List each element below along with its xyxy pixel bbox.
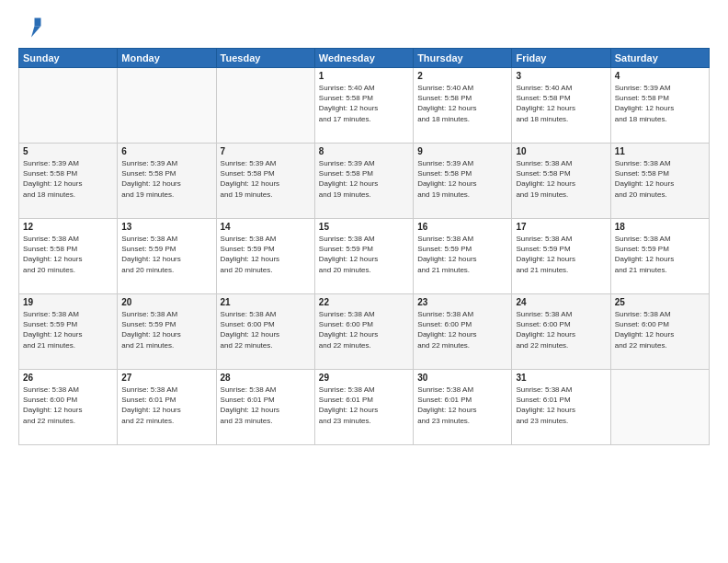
logo: [18, 15, 48, 40]
calendar-header-cell: Monday: [118, 49, 216, 68]
day-info: Sunrise: 5:38 AM Sunset: 6:00 PM Dayligh…: [516, 309, 606, 350]
calendar-day-cell: 24Sunrise: 5:38 AM Sunset: 6:00 PM Dayli…: [512, 294, 610, 370]
svg-marker-0: [35, 18, 41, 27]
day-info: Sunrise: 5:39 AM Sunset: 5:58 PM Dayligh…: [417, 158, 507, 200]
day-number: 20: [121, 297, 211, 307]
day-number: 10: [516, 146, 606, 156]
calendar-week-row: 5Sunrise: 5:39 AM Sunset: 5:58 PM Daylig…: [19, 144, 710, 219]
day-number: 9: [417, 146, 507, 156]
day-info: Sunrise: 5:38 AM Sunset: 5:59 PM Dayligh…: [121, 309, 211, 350]
calendar-day-cell: 23Sunrise: 5:38 AM Sunset: 6:00 PM Dayli…: [414, 294, 512, 370]
calendar-day-cell: [610, 370, 709, 445]
day-info: Sunrise: 5:38 AM Sunset: 5:58 PM Dayligh…: [516, 158, 606, 200]
day-number: 18: [615, 222, 705, 232]
day-info: Sunrise: 5:38 AM Sunset: 5:59 PM Dayligh…: [417, 234, 507, 275]
calendar-day-cell: 4Sunrise: 5:39 AM Sunset: 5:58 PM Daylig…: [610, 68, 709, 144]
calendar-day-cell: 25Sunrise: 5:38 AM Sunset: 6:00 PM Dayli…: [610, 294, 709, 370]
day-number: 24: [516, 297, 606, 307]
day-number: 15: [319, 222, 409, 232]
day-number: 26: [23, 373, 113, 383]
day-number: 25: [615, 297, 705, 307]
day-number: 22: [319, 297, 409, 307]
calendar-day-cell: 9Sunrise: 5:39 AM Sunset: 5:58 PM Daylig…: [414, 144, 512, 219]
calendar-day-cell: 13Sunrise: 5:38 AM Sunset: 5:59 PM Dayli…: [118, 219, 216, 294]
day-info: Sunrise: 5:38 AM Sunset: 6:01 PM Dayligh…: [221, 385, 311, 426]
day-number: 1: [319, 71, 409, 81]
day-info: Sunrise: 5:38 AM Sunset: 6:00 PM Dayligh…: [319, 309, 409, 350]
day-number: 17: [516, 222, 606, 232]
calendar-day-cell: 14Sunrise: 5:38 AM Sunset: 5:59 PM Dayli…: [216, 219, 314, 294]
day-number: 4: [615, 71, 705, 81]
day-info: Sunrise: 5:38 AM Sunset: 6:00 PM Dayligh…: [417, 309, 507, 350]
day-info: Sunrise: 5:38 AM Sunset: 5:59 PM Dayligh…: [319, 234, 409, 275]
day-info: Sunrise: 5:38 AM Sunset: 6:01 PM Dayligh…: [516, 385, 606, 426]
day-number: 11: [615, 146, 705, 156]
calendar-day-cell: 19Sunrise: 5:38 AM Sunset: 5:59 PM Dayli…: [19, 294, 118, 370]
calendar-day-cell: [19, 68, 118, 144]
day-info: Sunrise: 5:38 AM Sunset: 5:59 PM Dayligh…: [221, 234, 311, 275]
calendar-header-cell: Saturday: [610, 49, 709, 68]
day-info: Sunrise: 5:38 AM Sunset: 5:59 PM Dayligh…: [23, 309, 113, 350]
calendar-table: SundayMondayTuesdayWednesdayThursdayFrid…: [18, 48, 710, 445]
day-number: 3: [516, 71, 606, 81]
calendar-day-cell: 12Sunrise: 5:38 AM Sunset: 5:58 PM Dayli…: [19, 219, 118, 294]
calendar-week-row: 1Sunrise: 5:40 AM Sunset: 5:58 PM Daylig…: [19, 68, 710, 144]
day-number: 27: [121, 373, 211, 383]
calendar-day-cell: 8Sunrise: 5:39 AM Sunset: 5:58 PM Daylig…: [314, 144, 413, 219]
day-number: 5: [23, 146, 113, 156]
calendar-day-cell: 28Sunrise: 5:38 AM Sunset: 6:01 PM Dayli…: [216, 370, 314, 445]
calendar-week-row: 19Sunrise: 5:38 AM Sunset: 5:59 PM Dayli…: [19, 294, 710, 370]
calendar-day-cell: 29Sunrise: 5:38 AM Sunset: 6:01 PM Dayli…: [314, 370, 413, 445]
day-info: Sunrise: 5:38 AM Sunset: 5:58 PM Dayligh…: [23, 234, 113, 275]
day-number: 21: [221, 297, 311, 307]
calendar-body: 1Sunrise: 5:40 AM Sunset: 5:58 PM Daylig…: [19, 68, 710, 445]
calendar-day-cell: 5Sunrise: 5:39 AM Sunset: 5:58 PM Daylig…: [19, 144, 118, 219]
calendar-day-cell: 16Sunrise: 5:38 AM Sunset: 5:59 PM Dayli…: [414, 219, 512, 294]
day-info: Sunrise: 5:40 AM Sunset: 5:58 PM Dayligh…: [417, 83, 507, 124]
day-info: Sunrise: 5:39 AM Sunset: 5:58 PM Dayligh…: [615, 83, 705, 124]
calendar-day-cell: 15Sunrise: 5:38 AM Sunset: 5:59 PM Dayli…: [314, 219, 413, 294]
day-number: 6: [121, 146, 211, 156]
calendar-day-cell: 27Sunrise: 5:38 AM Sunset: 6:01 PM Dayli…: [118, 370, 216, 445]
day-number: 31: [516, 373, 606, 383]
calendar-day-cell: 26Sunrise: 5:38 AM Sunset: 6:00 PM Dayli…: [19, 370, 118, 445]
day-number: 28: [221, 373, 311, 383]
calendar-day-cell: 22Sunrise: 5:38 AM Sunset: 6:00 PM Dayli…: [314, 294, 413, 370]
day-info: Sunrise: 5:40 AM Sunset: 5:58 PM Dayligh…: [319, 83, 409, 124]
day-number: 19: [23, 297, 113, 307]
calendar-day-cell: 31Sunrise: 5:38 AM Sunset: 6:01 PM Dayli…: [512, 370, 610, 445]
calendar-day-cell: 11Sunrise: 5:38 AM Sunset: 5:58 PM Dayli…: [610, 144, 709, 219]
calendar-day-cell: 18Sunrise: 5:38 AM Sunset: 5:59 PM Dayli…: [610, 219, 709, 294]
calendar-day-cell: 10Sunrise: 5:38 AM Sunset: 5:58 PM Dayli…: [512, 144, 610, 219]
day-number: 16: [417, 222, 507, 232]
day-info: Sunrise: 5:38 AM Sunset: 5:58 PM Dayligh…: [615, 158, 705, 200]
day-number: 30: [417, 373, 507, 383]
calendar-header-row: SundayMondayTuesdayWednesdayThursdayFrid…: [19, 49, 710, 68]
day-info: Sunrise: 5:38 AM Sunset: 5:59 PM Dayligh…: [516, 234, 606, 275]
calendar-header-cell: Wednesday: [314, 49, 413, 68]
day-info: Sunrise: 5:38 AM Sunset: 6:00 PM Dayligh…: [615, 309, 705, 350]
calendar-day-cell: 21Sunrise: 5:38 AM Sunset: 6:00 PM Dayli…: [216, 294, 314, 370]
day-number: 29: [319, 373, 409, 383]
day-number: 12: [23, 222, 113, 232]
calendar-day-cell: 17Sunrise: 5:38 AM Sunset: 5:59 PM Dayli…: [512, 219, 610, 294]
day-info: Sunrise: 5:38 AM Sunset: 5:59 PM Dayligh…: [615, 234, 705, 275]
calendar-week-row: 12Sunrise: 5:38 AM Sunset: 5:58 PM Dayli…: [19, 219, 710, 294]
calendar-day-cell: 30Sunrise: 5:38 AM Sunset: 6:01 PM Dayli…: [414, 370, 512, 445]
day-number: 14: [221, 222, 311, 232]
calendar-day-cell: 3Sunrise: 5:40 AM Sunset: 5:58 PM Daylig…: [512, 68, 610, 144]
day-number: 2: [417, 71, 507, 81]
day-info: Sunrise: 5:38 AM Sunset: 6:00 PM Dayligh…: [23, 385, 113, 426]
logo-icon: [18, 15, 44, 40]
calendar-day-cell: [216, 68, 314, 144]
calendar-header-cell: Friday: [512, 49, 610, 68]
day-info: Sunrise: 5:38 AM Sunset: 6:01 PM Dayligh…: [417, 385, 507, 426]
calendar-week-row: 26Sunrise: 5:38 AM Sunset: 6:00 PM Dayli…: [19, 370, 710, 445]
day-info: Sunrise: 5:38 AM Sunset: 6:00 PM Dayligh…: [221, 309, 311, 350]
page: SundayMondayTuesdayWednesdayThursdayFrid…: [0, 0, 728, 563]
day-info: Sunrise: 5:38 AM Sunset: 5:59 PM Dayligh…: [121, 234, 211, 275]
calendar-header-cell: Sunday: [19, 49, 118, 68]
calendar-header-cell: Thursday: [414, 49, 512, 68]
calendar-day-cell: 7Sunrise: 5:39 AM Sunset: 5:58 PM Daylig…: [216, 144, 314, 219]
calendar-day-cell: 6Sunrise: 5:39 AM Sunset: 5:58 PM Daylig…: [118, 144, 216, 219]
